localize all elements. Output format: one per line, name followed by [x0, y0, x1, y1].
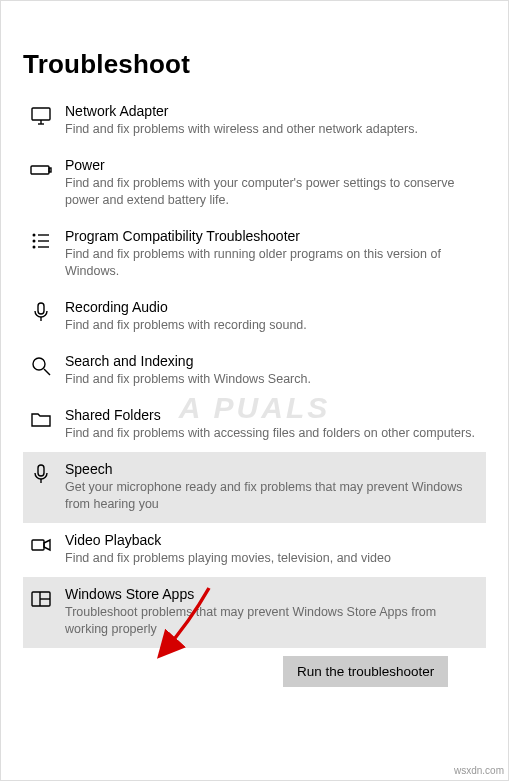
item-title: Video Playback [65, 531, 480, 549]
svg-rect-20 [32, 540, 44, 550]
svg-line-17 [44, 369, 50, 375]
list-icon [29, 227, 65, 280]
apps-grid-icon [29, 585, 65, 638]
item-title: Windows Store Apps [65, 585, 480, 603]
svg-rect-14 [38, 303, 44, 314]
item-desc: Troubleshoot problems that may prevent W… [65, 604, 480, 638]
microphone-icon [29, 298, 65, 334]
svg-rect-3 [31, 166, 49, 174]
item-desc: Find and fix problems with running older… [65, 246, 480, 280]
item-desc: Find and fix problems playing movies, te… [65, 550, 480, 567]
svg-rect-0 [32, 108, 50, 120]
svg-marker-21 [44, 540, 50, 550]
item-desc: Get your microphone ready and fix proble… [65, 479, 480, 513]
run-troubleshooter-button[interactable]: Run the troubleshooter [283, 656, 448, 687]
troubleshooter-item-windows-store-apps[interactable]: Windows Store Apps Troubleshoot problems… [23, 577, 486, 648]
item-desc: Find and fix problems with wireless and … [65, 121, 480, 138]
monitor-icon [29, 102, 65, 138]
troubleshooter-item-network-adapter[interactable]: Network Adapter Find and fix problems wi… [23, 94, 486, 148]
svg-point-12 [33, 240, 35, 242]
troubleshooter-item-search-indexing[interactable]: Search and Indexing Find and fix problem… [23, 344, 486, 398]
item-title: Network Adapter [65, 102, 480, 120]
svg-point-11 [33, 234, 35, 236]
item-desc: Find and fix problems with accessing fil… [65, 425, 480, 442]
item-title: Shared Folders [65, 406, 480, 424]
item-title: Power [65, 156, 480, 174]
svg-point-16 [33, 358, 45, 370]
page-title: Troubleshoot [23, 49, 486, 80]
troubleshooter-item-video-playback[interactable]: Video Playback Find and fix problems pla… [23, 523, 486, 577]
battery-icon [29, 156, 65, 209]
svg-rect-4 [49, 168, 51, 172]
item-title: Program Compatibility Troubleshooter [65, 227, 480, 245]
troubleshooter-item-shared-folders[interactable]: Shared Folders Find and fix problems wit… [23, 398, 486, 452]
item-title: Search and Indexing [65, 352, 480, 370]
microphone-icon [29, 460, 65, 513]
troubleshooter-item-speech[interactable]: Speech Get your microphone ready and fix… [23, 452, 486, 523]
footer-text: wsxdn.com [454, 765, 504, 776]
troubleshooter-item-power[interactable]: Power Find and fix problems with your co… [23, 148, 486, 219]
item-title: Speech [65, 460, 480, 478]
item-desc: Find and fix problems with recording sou… [65, 317, 480, 334]
video-camera-icon [29, 531, 65, 567]
folder-icon [29, 406, 65, 442]
search-icon [29, 352, 65, 388]
item-desc: Find and fix problems with your computer… [65, 175, 480, 209]
troubleshooter-item-recording-audio[interactable]: Recording Audio Find and fix problems wi… [23, 290, 486, 344]
svg-point-13 [33, 246, 35, 248]
item-title: Recording Audio [65, 298, 480, 316]
troubleshooter-item-program-compatibility[interactable]: Program Compatibility Troubleshooter Fin… [23, 219, 486, 290]
svg-rect-18 [38, 465, 44, 476]
item-desc: Find and fix problems with Windows Searc… [65, 371, 480, 388]
